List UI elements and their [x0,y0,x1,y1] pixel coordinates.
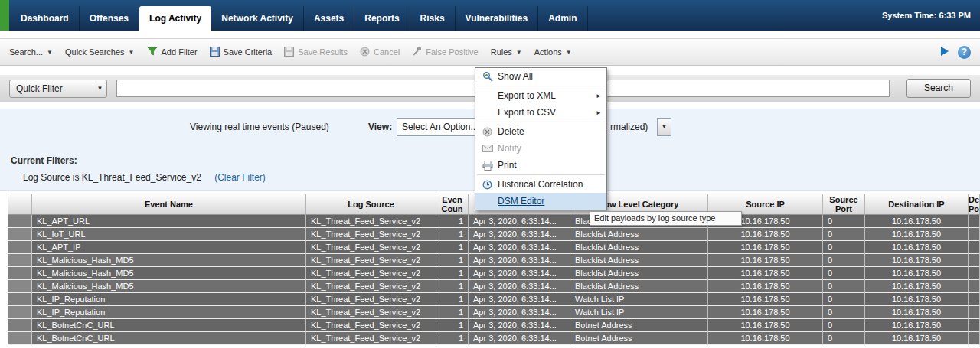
event-name-cell: KL_IP_Reputation [32,293,306,306]
submenu-arrow-icon: ► [596,93,602,99]
category-cell: Watch List IP [570,306,708,319]
source-ip-cell: 10.16.178.50 [708,280,823,293]
header-event-name[interactable]: Event Name [32,194,306,215]
toolbar-right-icons: ? [939,46,971,59]
source-port-cell: 0 [823,332,865,345]
log-source-cell: KL_Threat_Feed_Service_v2 [306,332,436,345]
tab-offenses[interactable]: Offenses [80,6,139,31]
header-destination-port[interactable]: DePo [969,194,980,215]
menu-item-export-to-csv[interactable]: Export to CSV ► [475,104,606,121]
time-cell: Apr 3, 2020, 6:33:14... [469,319,570,332]
category-cell: Blacklist Address [570,254,708,267]
table-row[interactable]: KL_Malicious_Hash_MD5 KL_Threat_Feed_Ser… [8,267,980,280]
quick-filter-label: Quick Filter [10,83,93,94]
header-event-count[interactable]: EvenCoun [436,194,469,215]
table-row[interactable]: KL_BotnetCnC_URL KL_Threat_Feed_Service_… [8,319,980,332]
tab-network-activity[interactable]: Network Activity [211,6,304,31]
menu-item-dsm-editor[interactable]: DSM Editor [475,193,606,210]
table-row[interactable]: KL_IP_Reputation KL_Threat_Feed_Service_… [8,306,980,319]
save-criteria-label: Save Criteria [224,47,273,57]
quick-searches-button[interactable]: Quick Searches ▼ [65,47,135,57]
tab-risks[interactable]: Risks [410,6,456,31]
table-row[interactable]: KL_IoT_URL KL_Threat_Feed_Service_v2 1 A… [8,228,980,241]
table-row[interactable]: KL_Malicious_Hash_MD5 KL_Threat_Feed_Ser… [8,254,980,267]
actions-dropdown-menu: Show All Export to XML ► Export to CSV ►… [475,67,607,210]
menu-item-show-all[interactable]: Show All [475,68,606,85]
play-stream-icon[interactable] [939,46,950,58]
header-destination-ip[interactable]: Destination IP [865,194,969,215]
log-source-cell: KL_Threat_Feed_Service_v2 [306,215,436,228]
destination-ip-cell: 10.16.178.50 [865,254,969,267]
destination-ip-cell: 10.16.178.50 [865,267,969,280]
source-port-cell: 0 [823,215,865,228]
system-time: System Time: 6:33 PM [882,0,971,31]
row-flag-cell [8,332,32,345]
table-row[interactable]: KL_Malicious_Hash_MD5 KL_Threat_Feed_Ser… [8,280,980,293]
menu-item-export-to-xml[interactable]: Export to XML ► [475,87,606,104]
save-disk-icon-disabled [284,47,294,58]
log-source-cell: KL_Threat_Feed_Service_v2 [306,280,436,293]
time-cell: Apr 3, 2020, 6:33:14... [469,280,570,293]
submenu-arrow-icon: ► [596,109,602,116]
destination-port-cell [969,280,980,293]
quick-filter-dropdown[interactable]: Quick Filter ▼ [9,80,107,98]
event-name-cell: KL_APT_IP [32,241,306,254]
menu-item-delete[interactable]: Delete [475,123,606,140]
header-log-source[interactable]: Log Source [306,194,436,215]
printer-icon [481,161,494,171]
table-row[interactable]: KL_APT_IP KL_Threat_Feed_Service_v2 1 Ap… [8,241,980,254]
tab-assets[interactable]: Assets [304,6,354,31]
source-ip-cell: 10.16.178.50 [708,241,823,254]
menu-item-historical-correlation[interactable]: Historical Correlation [475,176,606,193]
show-all-icon [481,71,494,82]
tab-vulnerabilities[interactable]: Vulnerabilities [456,6,539,31]
menu-divider [477,122,605,122]
tab-log-activity[interactable]: Log Activity [139,6,211,31]
row-flag-cell [8,215,32,228]
add-filter-button[interactable]: Add Filter [147,47,198,57]
category-cell: Botnet Address [570,319,708,332]
events-table: Event Name Log Source EvenCoun Time Low … [8,194,980,345]
menu-divider [477,174,605,175]
chevron-down-icon: ▼ [129,49,135,56]
chevron-down-icon: ▼ [93,85,106,92]
log-source-cell: KL_Threat_Feed_Service_v2 [306,306,436,319]
tab-dashboard[interactable]: Dashboard [11,6,80,31]
quick-searches-label: Quick Searches [65,47,125,57]
source-ip-cell: 10.16.178.50 [708,267,823,280]
clear-filter-link[interactable]: (Clear Filter) [214,172,266,183]
menu-item-notify: Notify [475,140,606,157]
row-flag-cell [8,241,32,254]
save-criteria-button[interactable]: Save Criteria [210,47,273,58]
tab-admin[interactable]: Admin [538,6,587,31]
destination-port-cell [969,254,980,267]
event-name-cell: KL_Malicious_Hash_MD5 [32,280,306,293]
time-cell: Apr 3, 2020, 6:33:14... [469,228,570,241]
table-row[interactable]: KL_APT_URL KL_Threat_Feed_Service_v2 1 A… [8,215,980,228]
menu-item-print[interactable]: Print [475,157,606,174]
search-menu-label: Search... [9,47,43,57]
table-row[interactable]: KL_IP_Reputation KL_Threat_Feed_Service_… [8,293,980,306]
display-select-caret[interactable]: ▼ [657,118,671,136]
time-cell: Apr 3, 2020, 6:33:14... [469,215,570,228]
top-navigation-bar: Dashboard Offenses Log Activity Network … [0,0,980,31]
category-cell: Blacklist Address [570,228,708,241]
event-name-cell: KL_APT_URL [32,215,306,228]
event-count-cell: 1 [436,267,469,280]
save-results-label: Save Results [298,47,348,57]
table-row[interactable]: KL_BotnetCnC_URL KL_Threat_Feed_Service_… [8,332,980,345]
tab-reports[interactable]: Reports [354,6,410,31]
help-icon[interactable]: ? [958,46,971,59]
cancel-circle-icon [360,47,370,58]
nav-tabs: Dashboard Offenses Log Activity Network … [11,6,588,31]
header-source-port[interactable]: SourcePort [823,194,865,215]
source-port-cell: 0 [823,267,865,280]
viewing-status-text: Viewing real time events (Paused) [190,122,329,132]
actions-menu-button[interactable]: Actions ▼ [534,47,572,57]
false-positive-label: False Positive [426,47,478,57]
search-menu-button[interactable]: Search... ▼ [9,47,53,57]
source-ip-cell: 10.16.178.50 [708,228,823,241]
rules-menu-button[interactable]: Rules ▼ [491,47,522,57]
search-button[interactable]: Search [906,79,971,98]
event-name-cell: KL_BotnetCnC_URL [32,332,306,345]
